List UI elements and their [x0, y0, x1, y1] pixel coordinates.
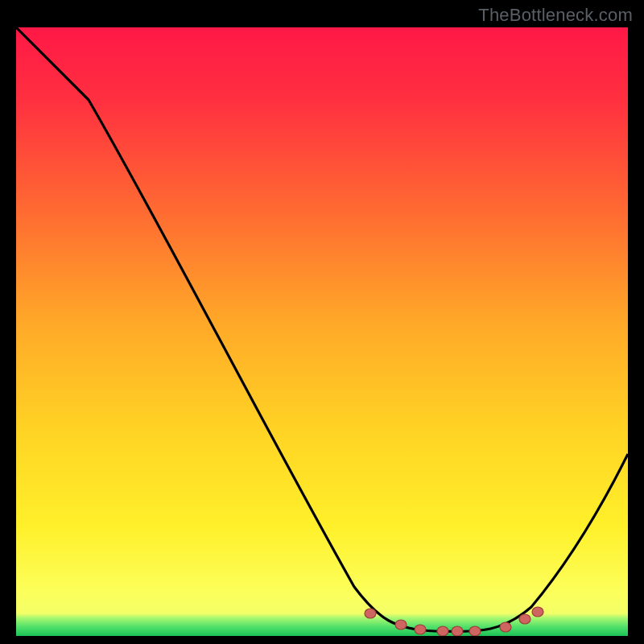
marker-dot — [519, 614, 530, 624]
marker-dot — [500, 622, 511, 632]
marker-dot — [365, 609, 376, 618]
marker-dot — [437, 626, 448, 636]
marker-dot — [452, 626, 463, 636]
marker-dot — [469, 626, 481, 636]
marker-dot — [532, 607, 543, 617]
plot-area — [16, 27, 628, 636]
watermark-text: TheBottleneck.com — [478, 5, 633, 26]
curve-path — [16, 27, 628, 632]
marker-dot — [415, 625, 426, 634]
marker-dot — [395, 620, 407, 630]
bottleneck-curve — [16, 27, 628, 636]
